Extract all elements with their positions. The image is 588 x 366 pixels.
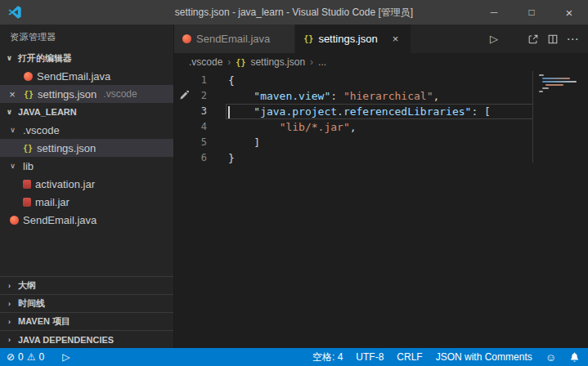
- open-editor-label: SendEmail.java: [37, 70, 110, 83]
- code-line[interactable]: 6}: [174, 150, 588, 166]
- minimap-line: [545, 84, 563, 86]
- jar-file-icon: [23, 180, 31, 189]
- tree-file-settings[interactable]: {} settings.json: [0, 139, 173, 157]
- tree-folder-vscode[interactable]: ∨ .vscode: [0, 121, 173, 139]
- open-settings-ui-icon: [527, 33, 539, 45]
- tab-close-icon[interactable]: ×: [389, 33, 402, 45]
- breadcrumb-separator-icon: ›: [310, 56, 313, 68]
- code-text: ]: [228, 135, 260, 150]
- open-editors-header[interactable]: ∨ 打开的编辑器: [0, 49, 173, 67]
- open-editor-item-settings[interactable]: × {} settings.json .vscode: [0, 85, 173, 103]
- explorer-sidebar: 资源管理器 ∨ 打开的编辑器 SendEmail.java × {} setti…: [0, 25, 174, 348]
- status-bar: ⊘ 0 ⚠ 0 ▷ 空格: 4 UTF-8 CRLF JSON with Com…: [0, 348, 588, 366]
- code-lines: 1{2 "maven.view": "hierarchical",3 "java…: [174, 71, 588, 166]
- feedback-smiley-icon[interactable]: ☺: [545, 351, 556, 364]
- problems-button[interactable]: ⊘ 0 ⚠ 0: [7, 351, 44, 363]
- panel-label: JAVA DEPENDENCIES: [18, 335, 114, 345]
- chevron-right-icon: ›: [3, 282, 16, 290]
- code-editor[interactable]: 1{2 "maven.view": "hierarchical",3 "java…: [174, 71, 588, 348]
- file-label: settings.json: [37, 142, 96, 154]
- java-file-icon: [182, 34, 191, 43]
- minimize-button[interactable]: ─: [475, 0, 513, 25]
- minimap-line: [542, 81, 577, 83]
- code-line[interactable]: 5 ]: [174, 135, 588, 150]
- title-bar: settings.json - java_learn - Visual Stud…: [0, 0, 588, 25]
- java-file-icon: [10, 216, 19, 225]
- status-run-button[interactable]: ▷: [62, 351, 70, 363]
- panel-label: 大纲: [18, 279, 36, 292]
- vscode-logo-icon[interactable]: [0, 6, 29, 19]
- code-line[interactable]: 2 "maven.view": "hierarchical",: [174, 88, 588, 104]
- close-editor-icon[interactable]: ×: [5, 88, 20, 100]
- json-file-icon: {}: [23, 144, 33, 153]
- vscode-logo-svg: [8, 6, 21, 19]
- chevron-down-icon: ∨: [3, 108, 16, 116]
- encoding-button[interactable]: UTF-8: [356, 351, 384, 363]
- sidebar-title: 资源管理器: [0, 25, 173, 49]
- split-editor-icon: [547, 33, 559, 45]
- tree-file-sendemail[interactable]: SendEmail.java: [0, 211, 173, 229]
- chevron-right-icon: ›: [3, 300, 16, 308]
- minimap[interactable]: [539, 74, 577, 94]
- json-file-icon: {}: [24, 90, 34, 99]
- status-left: ⊘ 0 ⚠ 0 ▷: [7, 351, 70, 363]
- code-line[interactable]: 4 "lib/*.jar",: [174, 119, 588, 135]
- chevron-down-icon: ∨: [3, 54, 16, 62]
- eol-button[interactable]: CRLF: [397, 351, 422, 363]
- line-number: 6: [174, 150, 207, 166]
- json-file-icon: {}: [236, 58, 245, 67]
- breadcrumb-symbol-more[interactable]: ...: [318, 56, 326, 68]
- project-root-header[interactable]: ∨ JAVA_LEARN: [0, 103, 173, 121]
- split-editor-button[interactable]: [544, 30, 562, 48]
- line-number: 3: [174, 104, 207, 119]
- panel-label: MAVEN 项目: [18, 315, 70, 328]
- breadcrumb-separator-icon: ›: [227, 56, 231, 68]
- open-settings-ui-button[interactable]: [524, 30, 542, 48]
- tree-file-activation-jar[interactable]: activation.jar: [0, 175, 173, 193]
- tree-file-mail-jar[interactable]: mail.jar: [0, 193, 173, 211]
- breadcrumb-folder[interactable]: .vscode: [189, 56, 222, 68]
- indentation-button[interactable]: 空格: 4: [312, 350, 343, 364]
- minimap-line: [539, 91, 543, 92]
- status-right: 空格: 4 UTF-8 CRLF JSON with Comments ☺: [312, 350, 580, 364]
- line-number: 1: [174, 73, 207, 88]
- error-icon: ⊘: [7, 351, 15, 363]
- panel-java-dependencies[interactable]: › JAVA DEPENDENCIES: [0, 330, 173, 348]
- file-label: activation.jar: [35, 178, 95, 190]
- notifications-bell-button[interactable]: [569, 352, 580, 363]
- file-label: mail.jar: [35, 196, 70, 208]
- run-button[interactable]: ▷: [485, 30, 503, 48]
- tab-label: settings.json: [318, 33, 377, 45]
- breadcrumb-file[interactable]: settings.json: [250, 56, 305, 68]
- error-count: 0: [18, 351, 24, 363]
- json-file-icon: {}: [303, 34, 313, 43]
- code-text: }: [228, 150, 235, 166]
- tree-folder-lib[interactable]: ∨ lib: [0, 157, 173, 175]
- code-text: {: [228, 73, 235, 88]
- maximize-button[interactable]: □: [513, 0, 550, 25]
- more-actions-button[interactable]: ⋯: [563, 30, 581, 48]
- jar-file-icon: [23, 198, 31, 207]
- minimap-line: [539, 74, 544, 76]
- language-mode-button[interactable]: JSON with Comments: [436, 351, 532, 363]
- panel-timeline[interactable]: › 时间线: [0, 294, 173, 312]
- open-editor-detail: .vscode: [103, 88, 137, 100]
- minimap-line: [542, 78, 570, 79]
- open-editor-label: settings.json: [38, 88, 97, 100]
- tab-label: SendEmail.java: [196, 33, 270, 45]
- breadcrumbs: .vscode › {} settings.json › ...: [174, 53, 588, 71]
- line-number: 2: [174, 88, 207, 104]
- window-controls: ─ □ ×: [475, 0, 588, 25]
- code-line[interactable]: 1{: [174, 73, 588, 88]
- panel-maven-projects[interactable]: › MAVEN 项目: [0, 312, 173, 330]
- panel-outline[interactable]: › 大纲: [0, 276, 173, 294]
- tab-settings-json[interactable]: {} settings.json ×: [295, 25, 410, 53]
- code-line[interactable]: 3 "java.project.referencedLibraries": [: [174, 104, 588, 119]
- tab-bar: SendEmail.java {} settings.json × ▷: [174, 25, 588, 53]
- open-editor-item-sendemail[interactable]: SendEmail.java: [0, 67, 173, 85]
- sidebar-spacer: [0, 229, 173, 276]
- open-editors-label: 打开的编辑器: [18, 52, 72, 65]
- tab-sendemail-java[interactable]: SendEmail.java: [174, 25, 295, 53]
- project-root-label: JAVA_LEARN: [18, 107, 77, 117]
- close-button[interactable]: ×: [550, 0, 588, 25]
